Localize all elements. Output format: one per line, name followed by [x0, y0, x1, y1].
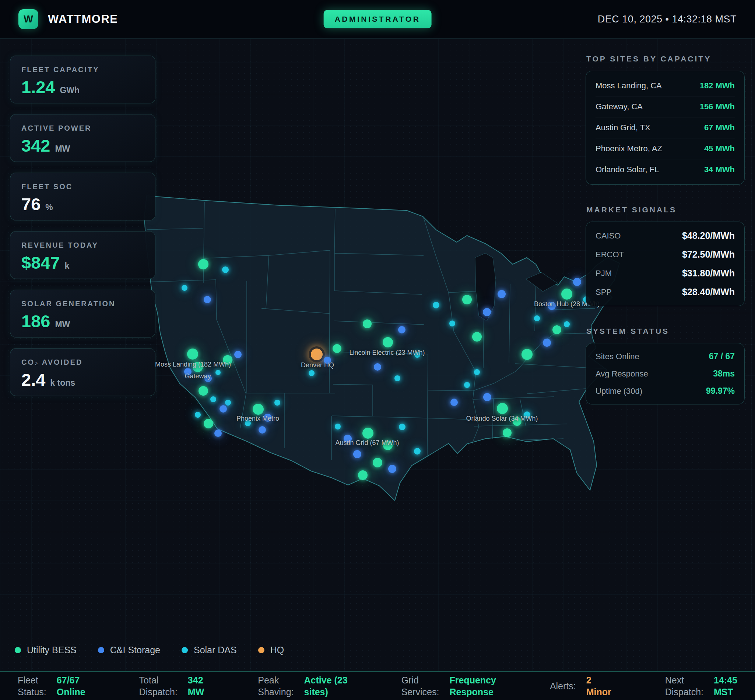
- kpi-value-row: 1.24 GWh: [21, 77, 144, 97]
- site-dot[interactable]: [398, 326, 406, 333]
- site-dot[interactable]: [503, 428, 512, 437]
- site-dot[interactable]: [344, 434, 352, 443]
- site-dot[interactable]: [498, 290, 506, 298]
- site-dot[interactable]: [204, 296, 211, 303]
- top-sites-title: TOP SITES BY CAPACITY: [586, 55, 745, 63]
- site-dot[interactable]: [362, 428, 373, 439]
- system-status-row: Avg Response 38ms: [595, 365, 735, 383]
- site-dot[interactable]: [522, 349, 533, 360]
- top-site-row[interactable]: Moss Landing, CA 182 MWh: [595, 75, 735, 96]
- kpi-value-row: $847 k: [21, 253, 144, 273]
- system-status-title: SYSTEM STATUS: [586, 327, 745, 336]
- site-dot[interactable]: [450, 398, 458, 406]
- site-dot[interactable]: [195, 412, 201, 418]
- site-dot[interactable]: [483, 308, 491, 316]
- kpi-unit: MW: [55, 319, 70, 330]
- site-dot[interactable]: [184, 368, 191, 375]
- site-dot[interactable]: [373, 458, 382, 467]
- site-dot[interactable]: [199, 386, 208, 395]
- kpi-label: REVENUE TODAY: [21, 241, 144, 250]
- site-dot[interactable]: [497, 403, 508, 414]
- site-dot[interactable]: [324, 356, 331, 364]
- site-dot[interactable]: [483, 393, 491, 401]
- site-dot[interactable]: [553, 325, 561, 334]
- site-dot[interactable]: [414, 352, 420, 358]
- top-site-row[interactable]: Phoenix Metro, AZ 45 MWh: [595, 138, 735, 159]
- site-dot[interactable]: [534, 316, 540, 321]
- site-dot[interactable]: [374, 363, 381, 370]
- market-row: ERCOT $72.50/MWh: [595, 245, 735, 264]
- system-status-row: Uptime (30d) 99.97%: [595, 383, 735, 400]
- site-dot[interactable]: [258, 426, 266, 434]
- site-dot[interactable]: [395, 375, 400, 381]
- site-dot[interactable]: [573, 278, 581, 286]
- status-group: Alerts: 2 Minor: [550, 674, 611, 698]
- site-dot[interactable]: [309, 370, 315, 376]
- site-dot[interactable]: [274, 400, 280, 406]
- map-legend: Utility BESS C&I Storage Solar DAS HQ: [15, 645, 284, 655]
- site-dot[interactable]: [223, 355, 232, 365]
- site-dot[interactable]: [210, 396, 216, 402]
- market-price: $28.40/MWh: [682, 287, 735, 297]
- status-label: Total Dispatch:: [139, 674, 177, 698]
- kpi-card: FLEET CAPACITY 1.24 GWh: [10, 56, 155, 103]
- site-dot[interactable]: [388, 465, 396, 473]
- site-dot[interactable]: [335, 423, 341, 430]
- site-dot[interactable]: [474, 369, 480, 375]
- kpi-card: CO₂ AVOIDED 2.4 k tons: [10, 348, 155, 396]
- site-dot[interactable]: [363, 319, 371, 328]
- site-dot[interactable]: [193, 362, 203, 372]
- top-site-row[interactable]: Orlando Solar, FL 34 MWh: [595, 159, 735, 180]
- kpi-card: FLEET SOC 76 %: [10, 173, 155, 220]
- legend-item: Solar DAS: [182, 645, 237, 655]
- site-dot[interactable]: [472, 332, 482, 342]
- status-group: Peak Shaving: Active (23 sites): [258, 674, 347, 698]
- market-name: PJM: [595, 269, 612, 278]
- site-dot[interactable]: [548, 302, 556, 310]
- kpi-value: 2.4: [21, 369, 45, 390]
- site-dot[interactable]: [513, 417, 522, 426]
- kpi-label: ACTIVE POWER: [21, 124, 144, 133]
- site-dot[interactable]: [383, 337, 393, 347]
- legend-item: HQ: [258, 645, 284, 655]
- site-dot[interactable]: [332, 344, 341, 353]
- site-dot[interactable]: [564, 321, 570, 327]
- kpi-unit: %: [45, 202, 53, 212]
- site-dot[interactable]: [215, 370, 221, 375]
- site-dot[interactable]: [353, 450, 361, 458]
- site-dot[interactable]: [383, 441, 393, 450]
- site-dot[interactable]: [433, 302, 439, 308]
- site-dot[interactable]: [464, 382, 470, 388]
- status-value: 38ms: [713, 369, 735, 379]
- site-dot[interactable]: [234, 351, 241, 358]
- market-signals-panel: CAISO $48.20/MWh ERCOT $72.50/MWh PJM $3…: [586, 222, 745, 306]
- site-dot[interactable]: [309, 346, 325, 362]
- status-label: Next Dispatch:: [665, 674, 703, 698]
- legend-dot-icon: [98, 647, 104, 653]
- site-dot[interactable]: [264, 414, 272, 422]
- site-dot[interactable]: [198, 259, 208, 269]
- site-dot[interactable]: [204, 419, 213, 428]
- site-dot[interactable]: [414, 448, 421, 455]
- site-dot[interactable]: [561, 289, 572, 300]
- top-site-row[interactable]: Austin Grid, TX 67 MWh: [595, 117, 735, 138]
- site-dot[interactable]: [462, 295, 472, 305]
- kpi-card: ACTIVE POWER 342 MW: [10, 114, 155, 162]
- site-dot[interactable]: [245, 420, 251, 426]
- top-site-row[interactable]: Gateway, CA 156 MWh: [595, 96, 735, 117]
- site-dot[interactable]: [358, 470, 368, 480]
- status-value: 342 MW: [188, 674, 204, 698]
- site-dot[interactable]: [222, 266, 229, 273]
- site-dot[interactable]: [449, 320, 455, 327]
- site-dot[interactable]: [182, 285, 188, 291]
- site-dot[interactable]: [204, 375, 212, 382]
- site-dot[interactable]: [215, 430, 222, 437]
- site-dot[interactable]: [524, 411, 530, 418]
- site-dot[interactable]: [225, 400, 231, 406]
- site-dot[interactable]: [219, 405, 227, 412]
- status-value: 67/67 Online: [57, 674, 85, 698]
- site-dot[interactable]: [399, 423, 406, 430]
- site-dot[interactable]: [253, 404, 264, 415]
- site-dot[interactable]: [187, 348, 198, 359]
- site-dot[interactable]: [543, 339, 551, 347]
